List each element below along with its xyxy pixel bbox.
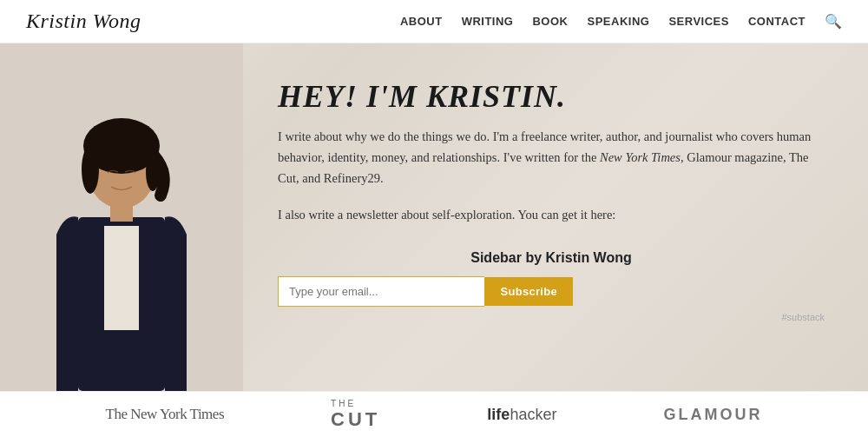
hero-description-2: I also write a newsletter about self-exp… <box>278 205 825 226</box>
hero-description: I write about why we do the things we do… <box>278 127 825 189</box>
substack-tag: #substack <box>278 312 825 322</box>
nav-contact[interactable]: CONTACT <box>748 15 806 28</box>
search-button[interactable]: 🔍 <box>825 13 842 30</box>
main-nav: ABOUT WRITING BOOK SPEAKING SERVICES CON… <box>400 13 842 30</box>
newsletter-title: Sidebar by Kristin Wong <box>278 250 825 266</box>
lifehacker-logo: lifehacker <box>487 406 556 424</box>
nav-book[interactable]: BOOK <box>532 15 568 28</box>
site-header: Kristin Wong ABOUT WRITING BOOK SPEAKING… <box>0 0 868 43</box>
nav-services[interactable]: SERVICES <box>668 15 729 28</box>
hero-image <box>0 43 243 391</box>
subscribe-button[interactable]: Subscribe <box>484 277 573 306</box>
hero-title: HEY! I'M KRISTIN. <box>278 78 825 115</box>
svg-point-6 <box>82 145 99 194</box>
nav-about[interactable]: ABOUT <box>400 15 443 28</box>
site-logo[interactable]: Kristin Wong <box>26 10 141 33</box>
newsletter-form: Subscribe <box>278 276 573 307</box>
press-logos-bar: The New York Times THE CUT lifehacker GL… <box>0 391 868 437</box>
nav-writing[interactable]: WRITING <box>462 15 514 28</box>
newsletter-widget: Sidebar by Kristin Wong Subscribe #subst… <box>278 250 825 322</box>
thecut-logo: THE CUT <box>331 399 380 431</box>
author-photo <box>0 43 243 391</box>
nav-speaking[interactable]: SPEAKING <box>587 15 649 28</box>
glamour-logo: GLAMOUR <box>663 406 762 424</box>
email-input[interactable] <box>278 276 484 307</box>
svg-rect-2 <box>104 226 139 330</box>
hero-section: HEY! I'M KRISTIN. I write about why we d… <box>0 43 868 391</box>
nyt-logo: The New York Times <box>106 406 224 423</box>
hero-text-area: HEY! I'M KRISTIN. I write about why we d… <box>243 43 868 391</box>
